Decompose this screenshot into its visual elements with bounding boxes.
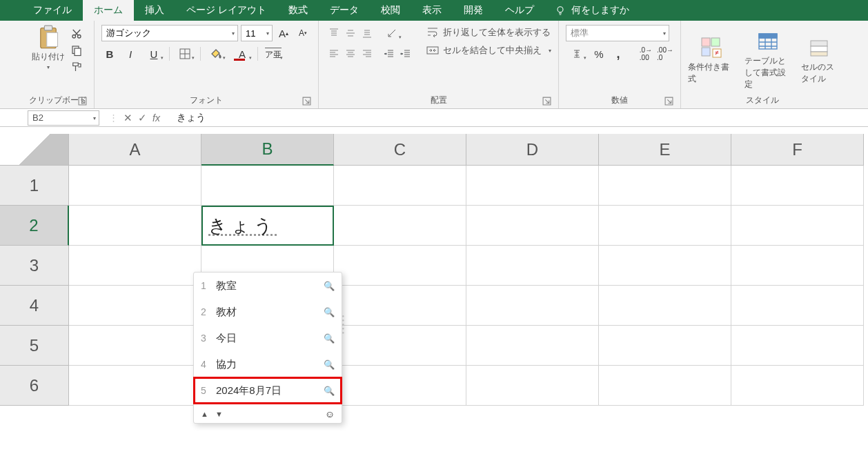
cell-C4[interactable] bbox=[334, 286, 466, 326]
accounting-format-button[interactable] bbox=[566, 46, 588, 62]
wrap-text-button[interactable]: 折り返して全体を表示する bbox=[426, 25, 551, 40]
cell-D5[interactable] bbox=[466, 326, 599, 366]
cell-D6[interactable] bbox=[466, 366, 599, 406]
decrease-font-icon[interactable]: A▾ bbox=[295, 25, 311, 41]
merge-center-button[interactable]: セルを結合して中央揃え ▾ bbox=[426, 43, 551, 58]
insert-function-button[interactable]: fx bbox=[152, 112, 160, 124]
tab-file[interactable]: ファイル bbox=[22, 0, 83, 21]
format-as-table-button[interactable]: テーブルとして書式設定 bbox=[744, 30, 791, 90]
cell-A3[interactable] bbox=[69, 246, 201, 286]
dialog-launcher-icon[interactable] bbox=[302, 97, 311, 106]
row-header-4[interactable]: 4 bbox=[0, 286, 69, 326]
tellme[interactable]: 何をしますか bbox=[545, 0, 639, 21]
col-header-A[interactable]: A bbox=[69, 134, 201, 166]
tab-developer[interactable]: 開発 bbox=[453, 0, 494, 21]
align-left-button[interactable] bbox=[326, 46, 342, 62]
cell-C2[interactable] bbox=[334, 206, 466, 246]
tab-data[interactable]: データ bbox=[319, 0, 370, 21]
row-header-5[interactable]: 5 bbox=[0, 326, 69, 366]
align-right-button[interactable] bbox=[359, 46, 375, 62]
increase-decimal-button[interactable]: .0→.00 bbox=[638, 46, 654, 62]
dialog-launcher-icon[interactable] bbox=[78, 97, 87, 106]
increase-indent-button[interactable] bbox=[397, 46, 414, 62]
ime-candidate-5[interactable]: 5 2024年8月7日 🔍 bbox=[194, 377, 342, 404]
cell-A5[interactable] bbox=[69, 326, 201, 366]
cell-A1[interactable] bbox=[69, 166, 201, 206]
percent-button[interactable]: % bbox=[591, 46, 607, 62]
cell-C3[interactable] bbox=[334, 246, 466, 286]
cell-E3[interactable] bbox=[599, 246, 731, 286]
col-header-F[interactable]: F bbox=[731, 134, 864, 166]
border-button[interactable] bbox=[174, 46, 196, 62]
cell-A2[interactable] bbox=[69, 206, 201, 246]
underline-button[interactable]: U bbox=[143, 46, 165, 62]
ime-candidate-1[interactable]: 1 教室 🔍 bbox=[194, 273, 342, 299]
font-color-button[interactable]: A bbox=[231, 46, 253, 62]
align-top-button[interactable] bbox=[326, 25, 342, 41]
bold-button[interactable]: B bbox=[101, 46, 118, 62]
col-header-C[interactable]: C bbox=[334, 134, 466, 166]
search-icon[interactable]: 🔍 bbox=[324, 281, 335, 291]
comma-button[interactable]: , bbox=[610, 46, 627, 62]
cell-F2[interactable] bbox=[731, 206, 864, 246]
cell-C6[interactable] bbox=[334, 366, 466, 406]
italic-button[interactable]: I bbox=[122, 46, 139, 62]
ime-candidate-4[interactable]: 4 協力 🔍 bbox=[194, 351, 342, 377]
search-icon[interactable]: 🔍 bbox=[324, 359, 335, 370]
cell-D1[interactable] bbox=[466, 166, 599, 206]
search-icon[interactable]: 🔍 bbox=[324, 333, 335, 344]
row-header-3[interactable]: 3 bbox=[0, 246, 69, 286]
cell-E2[interactable] bbox=[599, 206, 731, 246]
tab-help[interactable]: ヘルプ bbox=[494, 0, 545, 21]
fill-color-button[interactable] bbox=[205, 46, 227, 62]
cell-E5[interactable] bbox=[599, 326, 731, 366]
cell-D2[interactable] bbox=[466, 206, 599, 246]
increase-font-icon[interactable]: A▴ bbox=[275, 25, 292, 41]
dialog-launcher-icon[interactable] bbox=[542, 97, 551, 106]
row-header-6[interactable]: 6 bbox=[0, 366, 69, 406]
number-format-select[interactable]: 標準▾ bbox=[566, 25, 669, 41]
tab-pagelayout[interactable]: ページ レイアウト bbox=[175, 0, 277, 21]
conditional-formatting-button[interactable]: ≠ 条件付き書式 bbox=[688, 37, 735, 85]
confirm-edit-button[interactable]: ✓ bbox=[138, 112, 147, 124]
cell-F5[interactable] bbox=[731, 326, 864, 366]
ime-candidate-3[interactable]: 3 今日 🔍 bbox=[194, 325, 342, 351]
align-bottom-button[interactable] bbox=[359, 25, 375, 41]
cell-D3[interactable] bbox=[466, 246, 599, 286]
align-middle-button[interactable] bbox=[342, 25, 359, 41]
cell-A4[interactable] bbox=[69, 286, 201, 326]
cell-F1[interactable] bbox=[731, 166, 864, 206]
copy-icon[interactable] bbox=[70, 44, 83, 57]
cell-E4[interactable] bbox=[599, 286, 731, 326]
col-header-E[interactable]: E bbox=[599, 134, 731, 166]
formula-input[interactable]: きょう bbox=[170, 112, 868, 124]
cell-C1[interactable] bbox=[334, 166, 466, 206]
col-header-D[interactable]: D bbox=[466, 134, 599, 166]
phonetic-button[interactable]: ア亜 bbox=[262, 46, 284, 62]
select-all-corner[interactable] bbox=[0, 134, 69, 166]
cancel-edit-button[interactable]: ✕ bbox=[124, 112, 132, 124]
cut-icon[interactable] bbox=[70, 28, 83, 40]
cell-E6[interactable] bbox=[599, 366, 731, 406]
cell-C5[interactable] bbox=[334, 326, 466, 366]
search-icon[interactable]: 🔍 bbox=[324, 386, 335, 396]
tab-view[interactable]: 表示 bbox=[411, 0, 453, 21]
cell-D4[interactable] bbox=[466, 286, 599, 326]
paste-button[interactable]: 貼り付け ▾ bbox=[29, 25, 68, 70]
orientation-button[interactable] bbox=[381, 25, 403, 41]
ime-candidate-2[interactable]: 2 教材 🔍 bbox=[194, 299, 342, 325]
row-header-1[interactable]: 1 bbox=[0, 166, 69, 206]
font-size-select[interactable]: 11▾ bbox=[241, 25, 273, 41]
tab-insert[interactable]: 挿入 bbox=[134, 0, 175, 21]
format-painter-icon[interactable] bbox=[70, 61, 83, 73]
cell-F3[interactable] bbox=[731, 246, 864, 286]
name-box[interactable]: B2▾ bbox=[28, 110, 99, 126]
row-header-2[interactable]: 2 bbox=[0, 206, 69, 246]
tab-formulas[interactable]: 数式 bbox=[277, 0, 319, 21]
cell-styles-button[interactable]: セルのスタイル bbox=[801, 37, 837, 85]
cell-B1[interactable] bbox=[201, 166, 334, 206]
cell-A6[interactable] bbox=[69, 366, 201, 406]
tab-home[interactable]: ホーム bbox=[83, 0, 134, 21]
cell-B2[interactable]: きょう bbox=[201, 206, 334, 246]
cell-E1[interactable] bbox=[599, 166, 731, 206]
